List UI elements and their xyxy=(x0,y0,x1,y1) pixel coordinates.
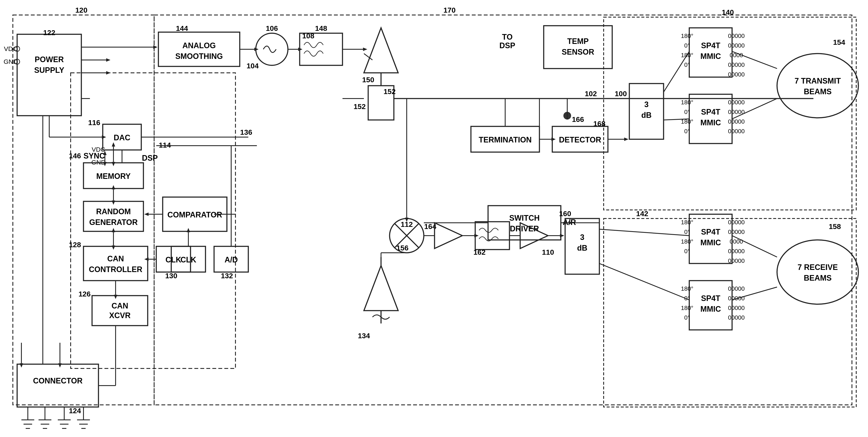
ref-110: 110 xyxy=(542,248,554,256)
phase-0-1d: 0° xyxy=(684,61,690,68)
ref-132: 132 xyxy=(221,272,233,280)
can-xcvr-label2: XCVR xyxy=(109,311,131,320)
ref-154: 154 xyxy=(833,38,845,46)
analog-smoothing-label2: SMOOTHING xyxy=(175,52,223,61)
bits-3a: 00000 xyxy=(728,219,745,226)
bits-3c: 0000 xyxy=(730,238,743,245)
sp4t-mmic-4-label2: MMIC xyxy=(701,304,721,313)
ref-126: 126 xyxy=(79,290,91,298)
bits-4d: 00000 xyxy=(728,314,745,321)
bits-2a: 00000 xyxy=(728,99,745,106)
power-supply-label2: SUPPLY xyxy=(34,66,64,75)
can-xcvr-label: CAN xyxy=(112,301,128,310)
switch-driver-label2: DRIVER xyxy=(510,224,539,233)
ref-134: 134 xyxy=(358,331,370,340)
sp4t-mmic-3-label: SP4T xyxy=(701,228,720,236)
sync-label: SYNC xyxy=(84,151,105,160)
phase-0-2b: 0° xyxy=(684,109,690,115)
3db-top-label: 3 xyxy=(644,100,649,109)
ref-116: 116 xyxy=(88,118,100,126)
ref-170: 170 xyxy=(443,6,456,14)
ref-114: 114 xyxy=(159,141,171,149)
ref-108: 108 xyxy=(302,32,314,40)
bits-4c: 00000 xyxy=(728,304,745,311)
dac-label: DAC xyxy=(114,133,130,142)
termination-label: TERMINATION xyxy=(478,136,531,144)
power-supply-label: POWER xyxy=(35,55,64,64)
ref-144: 144 xyxy=(176,24,188,32)
memory-label: MEMORY xyxy=(96,172,131,181)
ref-102: 102 xyxy=(585,90,597,98)
phase-180-1a: 180° xyxy=(681,33,693,39)
ref-106: 106 xyxy=(266,24,278,32)
bits-3b: 00000 xyxy=(728,229,745,235)
can-ctrl-label2: CONTROLLER xyxy=(89,265,142,274)
temp-sensor-label: TEMP xyxy=(567,37,589,46)
bits-2c: 00000 xyxy=(728,118,745,125)
phase-0-3b: 0° xyxy=(684,229,690,235)
bits-1e: 00000 xyxy=(728,71,745,78)
bits-1a: 00000 xyxy=(728,33,745,39)
bits-3d: 00000 xyxy=(728,248,745,255)
sp4t-mmic-2-label: SP4T xyxy=(701,108,720,116)
receive-beams-label2: BEAMS xyxy=(804,273,832,282)
phase-0-1b: 0° xyxy=(684,42,690,49)
connector-label: CONNECTOR xyxy=(33,376,83,385)
sp4t-mmic-1-label: SP4T xyxy=(701,41,720,50)
sp4t-mmic-2-label2: MMIC xyxy=(701,118,721,127)
sp4t-mmic-4-label: SP4T xyxy=(701,294,720,303)
detector-label: DETECTOR xyxy=(559,136,601,144)
ref-168: 168 xyxy=(593,119,606,128)
ref-104: 104 xyxy=(247,62,259,70)
receive-beams-label: 7 RECEIVE xyxy=(798,263,838,272)
sp4t-mmic-3-label2: MMIC xyxy=(701,238,721,247)
ref-100: 100 xyxy=(615,90,627,98)
can-ctrl-label: CAN xyxy=(107,254,124,263)
ref-152: 152 xyxy=(353,103,366,111)
bits-2d: 00000 xyxy=(728,128,745,135)
ref-122: 122 xyxy=(43,28,56,37)
clk2-label: CLK xyxy=(181,255,196,264)
to-dsp-label2: DSP xyxy=(499,41,515,50)
temp-sensor-label2: SENSOR xyxy=(562,48,594,56)
sp4t-mmic-1-label2: MMIC xyxy=(701,52,721,61)
analog-smoothing-label: ANALOG xyxy=(182,41,216,50)
transmit-beams-label: 7 TRANSMIT xyxy=(795,77,841,85)
phase-180-4c: 180° xyxy=(681,304,693,311)
ref-128: 128 xyxy=(69,240,81,249)
transmit-beams-label2: BEAMS xyxy=(804,87,832,96)
dsp-label: DSP xyxy=(142,154,158,163)
ref-152-pos: 152 xyxy=(383,87,396,95)
ref-130: 130 xyxy=(165,272,178,280)
phase-0-2d: 0° xyxy=(684,128,690,135)
phase-180-3c: 180° xyxy=(681,238,693,245)
comparator-label: COMPARATOR xyxy=(167,210,222,219)
ref-146: 146 xyxy=(69,152,81,160)
ref-162: 162 xyxy=(473,248,486,256)
phase-0-3d: 0° xyxy=(684,248,690,255)
bits-1d: 00000 xyxy=(728,61,745,68)
to-dsp-label: TO xyxy=(502,33,513,41)
random-gen-label2: GENERATOR xyxy=(89,218,138,227)
switch-driver-label: SWITCH xyxy=(509,213,540,222)
3db-top-label2: dB xyxy=(641,111,652,119)
phase-180-3a: 180° xyxy=(681,219,693,226)
ref-120: 120 xyxy=(75,6,88,14)
ref-148: 148 xyxy=(315,24,327,32)
diagram-container: 120 170 140 142 POWER SUPPLY 122 VDC GND… xyxy=(0,0,868,437)
ref-140: 140 xyxy=(722,8,734,16)
phase-0-4d: 0° xyxy=(684,314,690,321)
ad-label: A/D xyxy=(224,255,238,264)
random-gen-label: RANDOM xyxy=(96,207,131,216)
ref-136: 136 xyxy=(240,128,252,136)
ref-142: 142 xyxy=(636,209,648,217)
ref-160: 160 xyxy=(559,209,571,217)
bits-4a: 00000 xyxy=(728,285,745,292)
ref-158: 158 xyxy=(829,222,841,231)
phase-180-2a: 180° xyxy=(681,99,693,106)
3db-bot-label: 3 xyxy=(580,233,584,242)
clk1-label: CLK xyxy=(165,255,181,264)
3db-bot-label2: dB xyxy=(577,243,587,252)
bits-1b: 00000 xyxy=(728,42,745,49)
ref-166: 166 xyxy=(572,115,584,123)
